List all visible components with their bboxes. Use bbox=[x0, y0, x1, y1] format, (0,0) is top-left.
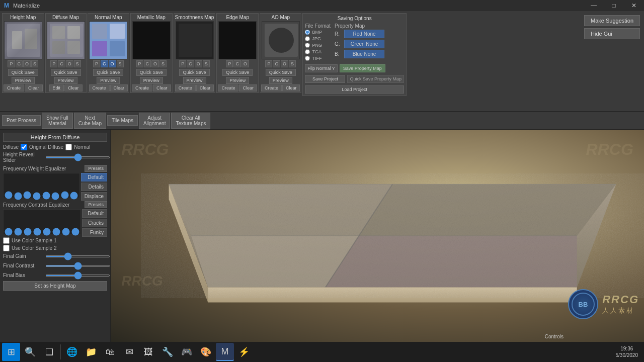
preset-displace-1[interactable]: Displace bbox=[81, 192, 107, 201]
store-taskbar-btn[interactable]: 🛍 bbox=[101, 343, 119, 361]
ao-o-btn[interactable]: O bbox=[281, 60, 288, 67]
preset-details-1[interactable]: Details bbox=[81, 183, 107, 191]
eq-contrast-3[interactable] bbox=[25, 231, 31, 233]
height-c-btn[interactable]: C bbox=[16, 60, 23, 67]
tile-maps-btn[interactable]: Tile Maps bbox=[107, 115, 138, 126]
diffuse-c-btn[interactable]: C bbox=[58, 60, 65, 67]
height-s-btn[interactable]: S bbox=[31, 60, 38, 67]
eq-bar-8[interactable] bbox=[71, 195, 77, 197]
task-view-button[interactable]: ❑ bbox=[40, 343, 58, 361]
diffuse-o-btn[interactable]: O bbox=[66, 60, 73, 67]
color-sample-2-check[interactable] bbox=[3, 245, 10, 251]
ao-c-btn[interactable]: C bbox=[273, 60, 280, 67]
ao-clear-btn[interactable]: Clear bbox=[282, 84, 300, 92]
set-as-height-map-btn[interactable]: Set as Height Map bbox=[3, 281, 107, 291]
tga-radio[interactable] bbox=[305, 49, 310, 54]
color-sample-1-check[interactable] bbox=[3, 237, 10, 244]
edge-p-btn[interactable]: P bbox=[226, 60, 233, 67]
normal-p-btn[interactable]: P bbox=[93, 60, 100, 67]
next-cube-map-btn[interactable]: NextCube Map bbox=[74, 113, 106, 129]
preset-default-1[interactable]: Default bbox=[81, 173, 107, 182]
eq-contrast-7[interactable] bbox=[63, 231, 69, 233]
height-p-btn[interactable]: P bbox=[8, 60, 15, 67]
normal-create-btn[interactable]: Create bbox=[89, 84, 110, 92]
ao-create-btn[interactable]: Create bbox=[261, 84, 282, 92]
app1-taskbar-btn[interactable]: 🔧 bbox=[158, 343, 177, 361]
ao-quicksave-btn[interactable]: Quick Save bbox=[266, 69, 296, 76]
normal-check[interactable] bbox=[65, 144, 72, 150]
original-diffuse-check[interactable] bbox=[21, 144, 27, 150]
edge-taskbar-btn[interactable]: 🌐 bbox=[63, 343, 81, 361]
metallic-c-btn[interactable]: C bbox=[144, 60, 151, 67]
height-preview-btn[interactable]: Preview bbox=[12, 77, 35, 84]
eq-contrast-4[interactable] bbox=[34, 231, 40, 233]
search-button[interactable]: 🔍 bbox=[21, 343, 39, 361]
eq-bar-7[interactable] bbox=[62, 195, 68, 197]
photos-taskbar-btn[interactable]: 🖼 bbox=[139, 343, 157, 361]
post-process-btn[interactable]: Post Process bbox=[2, 115, 41, 126]
clear-all-texture-maps-btn[interactable]: Clear AllTexture Maps bbox=[171, 113, 210, 129]
png-radio[interactable] bbox=[305, 43, 310, 48]
smoothness-p-btn[interactable]: P bbox=[179, 60, 186, 67]
freq-weight-presets-btn[interactable]: Presets bbox=[85, 165, 107, 172]
normal-quicksave-btn[interactable]: Quick Save bbox=[93, 69, 123, 76]
normal-c-btn[interactable]: C bbox=[101, 60, 108, 67]
smoothness-preview-btn[interactable]: Preview bbox=[183, 77, 206, 84]
smoothness-quicksave-btn[interactable]: Quick Save bbox=[179, 69, 209, 76]
tiff-radio[interactable] bbox=[305, 56, 310, 61]
eq-contrast-2[interactable] bbox=[15, 231, 21, 233]
mail-taskbar-btn[interactable]: ✉ bbox=[120, 343, 138, 361]
height-quicksave-btn[interactable]: Quick Save bbox=[8, 69, 38, 76]
edge-create-btn[interactable]: Create bbox=[218, 84, 238, 92]
normal-preview-btn[interactable]: Preview bbox=[97, 77, 120, 84]
metallic-p-btn[interactable]: P bbox=[136, 60, 143, 67]
app4-taskbar-btn[interactable]: ⚡ bbox=[235, 343, 253, 361]
smoothness-c-btn[interactable]: C bbox=[187, 60, 194, 67]
final-contrast-slider[interactable] bbox=[45, 265, 110, 267]
smoothness-create-btn[interactable]: Create bbox=[175, 84, 196, 92]
eq-bar-1[interactable] bbox=[6, 195, 12, 197]
preset-funky-2[interactable]: Funky bbox=[82, 228, 107, 237]
edge-clear-btn[interactable]: Clear bbox=[239, 84, 257, 92]
height-reveal-slider[interactable] bbox=[45, 156, 110, 158]
final-bias-slider[interactable] bbox=[45, 275, 110, 277]
smoothness-clear-btn[interactable]: Clear bbox=[196, 84, 214, 92]
make-suggestion-button[interactable]: Make Suggestion bbox=[584, 15, 640, 26]
eq-contrast-1[interactable] bbox=[6, 231, 12, 233]
close-button[interactable]: ✕ bbox=[624, 0, 644, 11]
eq-bar-6[interactable] bbox=[52, 195, 58, 197]
show-full-material-btn[interactable]: Show FullMaterial bbox=[42, 113, 73, 129]
preset-cracks-2[interactable]: Cracks bbox=[82, 219, 107, 227]
eq-bar-2[interactable] bbox=[15, 195, 21, 197]
eq-bar-3[interactable] bbox=[24, 195, 30, 197]
height-clear-btn[interactable]: Clear bbox=[25, 84, 43, 92]
ao-preview-btn[interactable]: Preview bbox=[269, 77, 292, 84]
materialize-taskbar-btn[interactable]: M bbox=[216, 343, 234, 361]
viewport[interactable]: RRCG RRCG RRCG bbox=[111, 130, 644, 342]
adjust-alignment-btn[interactable]: AdjustAlignment bbox=[139, 113, 170, 129]
metallic-o-btn[interactable]: O bbox=[151, 60, 159, 67]
preset-default-2[interactable]: Default bbox=[82, 209, 107, 218]
bmp-radio[interactable] bbox=[305, 30, 310, 35]
load-project-btn[interactable]: Load Project bbox=[305, 85, 404, 94]
app2-taskbar-btn[interactable]: 🎮 bbox=[178, 343, 196, 361]
edge-o-btn[interactable]: O bbox=[242, 60, 249, 67]
flip-normal-y-btn[interactable]: Flip Normal Y bbox=[305, 64, 337, 72]
eq-contrast-8[interactable] bbox=[72, 231, 78, 233]
diffuse-clear-btn[interactable]: Clear bbox=[64, 84, 83, 92]
eq-bar-5[interactable] bbox=[43, 195, 49, 197]
height-o-btn[interactable]: O bbox=[23, 60, 31, 67]
save-property-map-btn[interactable]: Save Property Map bbox=[340, 64, 385, 72]
smoothness-o-btn[interactable]: O bbox=[195, 60, 202, 67]
normal-o-btn[interactable]: O bbox=[109, 60, 116, 67]
normal-clear-btn[interactable]: Clear bbox=[110, 84, 128, 92]
final-gain-slider[interactable] bbox=[45, 255, 110, 257]
eq-contrast-5[interactable] bbox=[44, 231, 50, 233]
g-channel-btn[interactable]: Green None bbox=[344, 40, 384, 48]
edge-preview-btn[interactable]: Preview bbox=[226, 77, 249, 84]
diffuse-s-btn[interactable]: S bbox=[74, 60, 81, 67]
metallic-create-btn[interactable]: Create bbox=[132, 84, 152, 92]
diffuse-p-btn[interactable]: P bbox=[50, 60, 57, 67]
metallic-s-btn[interactable]: S bbox=[159, 60, 167, 67]
normal-s-btn[interactable]: S bbox=[117, 60, 124, 67]
